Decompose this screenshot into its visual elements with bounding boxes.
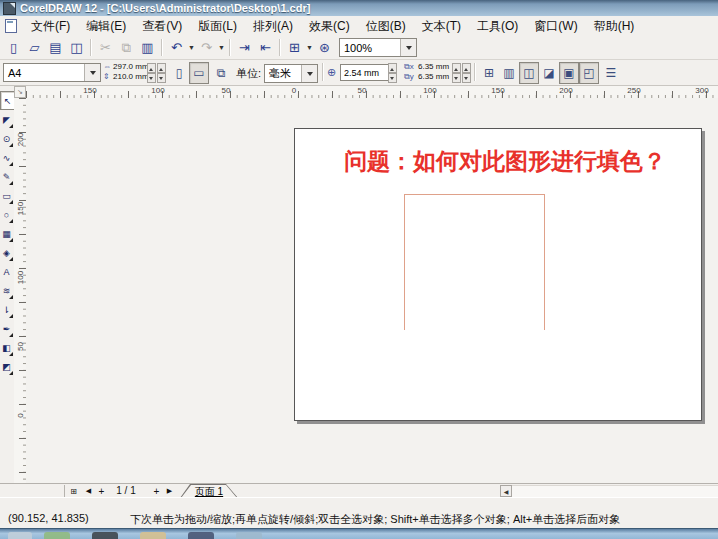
menu-text[interactable]: 文本(T) (414, 17, 469, 36)
import-icon[interactable]: ⇥ (235, 38, 254, 58)
snap-to-grid-button[interactable]: ⊞ (479, 62, 499, 84)
page-tab[interactable]: 页面 1 (180, 484, 238, 498)
add-page-after-button[interactable]: + (150, 485, 163, 497)
document-page[interactable]: 问题：如何对此图形进行填色？ (294, 128, 702, 421)
ruler-tick-label: 200 (557, 86, 575, 95)
paper-type-dropdown-icon[interactable] (84, 64, 100, 81)
drawing-canvas[interactable]: 问题：如何对此图形进行填色？ (26, 98, 718, 483)
menu-view[interactable]: 查看(V) (134, 17, 190, 36)
paper-type-select[interactable]: A4 (3, 63, 101, 82)
eyedropper-tool[interactable]: ⇂ (0, 301, 13, 318)
artistic-text-heading[interactable]: 问题：如何对此图形进行填色？ (295, 146, 701, 177)
ruler-tick-label: 200 (16, 130, 25, 150)
app-launcher-dropdown-icon[interactable]: ▼ (305, 39, 314, 57)
menu-window[interactable]: 窗口(W) (526, 17, 585, 36)
interactive-fill-tool[interactable]: ◩ (0, 358, 13, 375)
paper-height-spinner[interactable] (157, 63, 166, 81)
text-tool[interactable]: A (0, 263, 13, 280)
taskbar-icon[interactable] (188, 532, 214, 539)
menu-arrange[interactable]: 排列(A) (245, 17, 301, 36)
navigator-icon[interactable]: ⊞ (67, 485, 80, 497)
fill-tool[interactable]: ◧ (0, 339, 13, 356)
print-icon[interactable]: ◫ (67, 38, 86, 58)
menu-tools[interactable]: 工具(O) (469, 17, 526, 36)
outline-tool[interactable]: ✒ (0, 320, 13, 337)
app-launcher-icon[interactable]: ⊞ (285, 38, 304, 58)
zoom-dropdown-icon[interactable] (400, 39, 416, 56)
units-label: 单位: (236, 66, 261, 81)
taskbar-icon[interactable] (92, 532, 118, 539)
menu-bitmaps[interactable]: 位图(B) (358, 17, 414, 36)
units-select[interactable]: 毫米 (264, 64, 318, 83)
propbar-separator (322, 63, 324, 81)
copy-icon[interactable]: ⧉ (117, 38, 136, 58)
duplicate-distance-fields: ⧉x 6.35 mm ⧉y 6.35 mm (404, 62, 449, 82)
shape-tool[interactable]: ◤ (0, 111, 13, 128)
cut-icon[interactable]: ✂ (96, 38, 115, 58)
toolbar-separator (279, 39, 281, 56)
nudge-offset-field[interactable]: 2.54 mm (340, 64, 390, 81)
first-page-button[interactable]: ◀ (82, 485, 95, 497)
last-page-button[interactable]: ▶ (163, 485, 176, 497)
basic-shapes-tool[interactable]: ◈ (0, 244, 13, 261)
duplicate-y-spinner[interactable] (462, 63, 471, 81)
scroll-left-icon[interactable]: ◀ (500, 485, 512, 497)
menu-file[interactable]: 文件(F) (23, 17, 78, 36)
portrait-button[interactable]: ▯ (169, 62, 189, 84)
pick-tool[interactable]: ↖ (0, 91, 15, 110)
paper-height-field[interactable]: 210.0 mm (113, 72, 149, 82)
menu-help[interactable]: 帮助(H) (586, 17, 643, 36)
zoom-level-select[interactable]: 100% (339, 38, 417, 57)
open-icon[interactable]: ▱ (25, 38, 44, 58)
app-icon[interactable] (3, 2, 16, 15)
paper-width-field[interactable]: 297.0 mm (113, 62, 149, 72)
status-bar: (90.152, 41.835) 下次单击为拖动/缩放;再单点旋转/倾斜;双击全… (0, 497, 718, 529)
open-rectangle-shape[interactable] (404, 194, 545, 330)
pick-behind-button[interactable]: ◰ (579, 62, 599, 84)
ruler-tick-label: 100 (149, 86, 167, 95)
landscape-button[interactable]: ▭ (189, 62, 209, 84)
document-icon[interactable] (5, 19, 17, 33)
taskbar-icon[interactable] (236, 532, 262, 539)
taskbar-icon[interactable] (44, 532, 70, 539)
undo-icon[interactable]: ↶ (167, 38, 186, 58)
rectangle-tool[interactable]: ▭ (0, 187, 13, 204)
taskbar-icon[interactable] (8, 532, 32, 539)
zoom-level-value: 100% (340, 42, 400, 54)
new-icon[interactable]: ▯ (4, 38, 23, 58)
corel-online-icon[interactable]: ⊛ (315, 38, 334, 58)
save-icon[interactable]: ▤ (46, 38, 65, 58)
ellipse-tool[interactable]: ○ (0, 206, 13, 223)
paper-size-fields: ⇔ 297.0 mm ⇕ 210.0 mm (103, 62, 149, 82)
export-icon[interactable]: ⇤ (256, 38, 275, 58)
paper-width-spinner[interactable] (147, 63, 156, 81)
units-dropdown-icon[interactable] (301, 65, 317, 82)
duplicate-x-field[interactable]: 6.35 mm (418, 62, 449, 72)
undo-dropdown-icon[interactable]: ▼ (187, 39, 196, 57)
interactive-blend-tool[interactable]: ≋ (0, 282, 13, 299)
paste-icon[interactable]: ▥ (138, 38, 157, 58)
toolbox: ↖ ◤ ⊙ ∿ ✎ ▭ ○ ▦ ◈ A ≋ ⇂ ✒ ◧ ◩ (0, 86, 15, 497)
smart-drawing-tool[interactable]: ✎ (0, 168, 13, 185)
menu-layout[interactable]: 版面(L) (190, 17, 245, 36)
redo-icon[interactable]: ↷ (197, 38, 216, 58)
duplicate-x-spinner[interactable] (452, 63, 461, 81)
duplicate-y-field[interactable]: 6.35 mm (418, 72, 449, 82)
zoom-tool[interactable]: ⊙ (0, 130, 13, 147)
redo-dropdown-icon[interactable]: ▼ (217, 39, 226, 57)
property-bar-options-button[interactable]: ☰ (601, 62, 621, 84)
ruler-origin-icon[interactable]: ↘ (14, 86, 26, 98)
taskbar-icon[interactable] (140, 532, 166, 539)
graph-paper-tool[interactable]: ▦ (0, 225, 13, 242)
toolbar-separator (229, 39, 231, 56)
menu-edit[interactable]: 编辑(E) (78, 17, 134, 36)
snap-to-dynamic-guides-button[interactable]: ◪ (539, 62, 559, 84)
apply-to-all-pages-button[interactable]: ⧉ (211, 62, 231, 84)
treat-as-filled-button[interactable]: ▣ (559, 62, 579, 84)
snap-to-objects-button[interactable]: ◫ (519, 62, 539, 84)
snap-to-guidelines-button[interactable]: ▥ (499, 62, 519, 84)
nudge-offset-spinner[interactable] (388, 63, 397, 81)
freehand-tool[interactable]: ∿ (0, 149, 13, 166)
menu-effects[interactable]: 效果(C) (301, 17, 358, 36)
duplicate-x-icon: ⧉x (404, 62, 418, 72)
